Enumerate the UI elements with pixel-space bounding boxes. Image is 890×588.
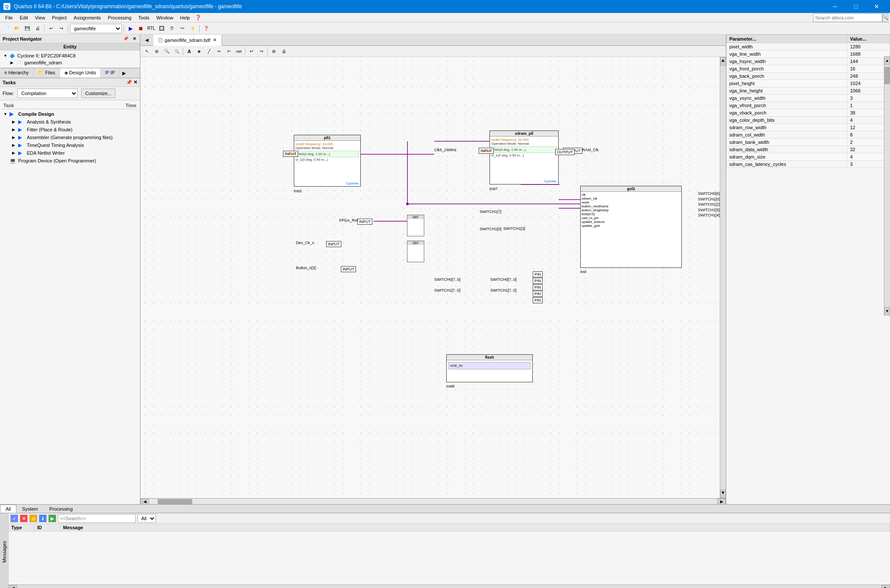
param-row-7[interactable]: vga_vsync_width3 bbox=[727, 95, 890, 102]
schematic-net-btn[interactable]: net bbox=[234, 47, 244, 56]
save-btn[interactable]: 💾 bbox=[22, 24, 32, 33]
expand-gameoflife-icon[interactable]: ▶ bbox=[10, 60, 15, 65]
tab-left-arrow[interactable]: ◀ bbox=[145, 38, 149, 42]
tab-files[interactable]: 📁 Files bbox=[34, 68, 60, 78]
programmer-btn[interactable]: ⚡ bbox=[188, 24, 197, 33]
expand-cyclone-icon[interactable]: ▼ bbox=[3, 54, 8, 58]
redo-btn[interactable]: ↪ bbox=[57, 24, 66, 33]
param-row-11[interactable]: sdram_row_width12 bbox=[727, 124, 890, 131]
hscroll-right-btn[interactable]: ▶ bbox=[717, 499, 726, 505]
schematic-zoom-in-btn[interactable]: 🔍 bbox=[162, 47, 172, 56]
stop-btn[interactable]: ⏹ bbox=[136, 24, 146, 33]
task-assembler[interactable]: ▶ ▶ Assembler (Generate programming file… bbox=[10, 133, 138, 141]
message-search-input[interactable] bbox=[58, 514, 136, 523]
flash-noe-btn[interactable]: nOE_IN bbox=[448, 362, 531, 369]
help-btn[interactable]: ❓ bbox=[201, 24, 211, 33]
schematic-sym-btn[interactable]: ◈ bbox=[194, 47, 204, 56]
messages-hscroll[interactable]: ◀ ▶ bbox=[9, 585, 890, 588]
project-dropdown[interactable]: gameoflife bbox=[70, 24, 122, 33]
menu-window[interactable]: Window bbox=[153, 14, 177, 21]
filter-all-btn[interactable]: ✓ bbox=[10, 515, 18, 522]
param-table-container[interactable]: Parameter... Value... pixel_width1280vga… bbox=[726, 35, 890, 504]
chip-planner-btn[interactable]: 🔲 bbox=[157, 24, 166, 33]
param-row-16[interactable]: sdram_cas_latency_cycles3 bbox=[727, 161, 890, 168]
schematic-bus-btn[interactable]: ═ bbox=[214, 47, 224, 56]
msg-hscroll-left[interactable]: ◀ bbox=[9, 585, 17, 588]
param-vscroll-down[interactable]: ▼ bbox=[884, 307, 890, 315]
print-btn[interactable]: 🖨 bbox=[33, 24, 42, 33]
param-row-4[interactable]: vga_back_porch248 bbox=[727, 73, 890, 80]
tab-processing[interactable]: Processing bbox=[44, 505, 78, 513]
help-icon[interactable]: ❓ bbox=[195, 15, 201, 21]
menu-tools[interactable]: Tools bbox=[135, 14, 153, 21]
sdram-pll-param-btn[interactable]: Clk0(0 deg, 1.00 m...) bbox=[491, 146, 557, 153]
menu-assignments[interactable]: Assignments bbox=[70, 14, 105, 21]
tab-all[interactable]: All bbox=[0, 505, 16, 513]
menu-file[interactable]: File bbox=[2, 14, 16, 21]
schematic-print-btn[interactable]: 🖨 bbox=[279, 47, 289, 56]
filter-info-btn[interactable]: ℹ bbox=[39, 515, 47, 522]
menu-project[interactable]: Project bbox=[48, 14, 70, 21]
param-row-14[interactable]: sdram_data_width32 bbox=[727, 146, 890, 153]
param-row-6[interactable]: vga_line_height1066 bbox=[727, 87, 890, 95]
task-fitter[interactable]: ▶ ▶ Fitter (Place & Route) bbox=[10, 126, 138, 133]
filter-warning-btn[interactable]: ⚠ bbox=[29, 515, 37, 522]
schematic-pin-btn[interactable]: ⊢ bbox=[224, 47, 234, 56]
vscroll-down-btn[interactable]: ▼ bbox=[720, 489, 726, 498]
undo-btn[interactable]: ↩ bbox=[46, 24, 56, 33]
rtl-viewer-btn[interactable]: RTL bbox=[146, 24, 156, 33]
msg-hscroll-right[interactable]: ▶ bbox=[881, 585, 890, 588]
menu-view[interactable]: View bbox=[32, 14, 49, 21]
schematic-text-btn[interactable]: A bbox=[184, 47, 194, 56]
tasks-pin-btn[interactable]: 📌 bbox=[126, 79, 132, 85]
schematic-canvas[interactable]: pll1 inclk0 frequency: 24.000 Operation … bbox=[140, 57, 720, 498]
task-analysis-synthesis[interactable]: ▶ ▶ Analysis & Synthesis bbox=[10, 118, 138, 126]
compile-btn[interactable]: ▶ bbox=[126, 24, 135, 33]
simulation-btn[interactable]: 〜 bbox=[178, 24, 187, 33]
schematic-select-btn[interactable]: ↖ bbox=[142, 47, 152, 56]
flash-block[interactable]: flash nOE_IN bbox=[446, 354, 533, 382]
hscroll-thumb[interactable] bbox=[158, 499, 192, 504]
schematic-wire-btn[interactable]: ╱ bbox=[204, 47, 214, 56]
schematic-vscroll[interactable]: ▲ ▼ bbox=[720, 57, 726, 498]
sdram-pll-block[interactable]: sdram_pll inclk0 frequency: 24.000 Opera… bbox=[489, 130, 559, 184]
menu-edit[interactable]: Edit bbox=[16, 14, 32, 21]
menu-help[interactable]: Help bbox=[177, 14, 194, 21]
schematic-tab-main[interactable]: 📋 gameoflife_sdram.bdf ✕ bbox=[153, 35, 222, 46]
param-row-13[interactable]: sdram_bank_width2 bbox=[727, 139, 890, 146]
vscroll-up-btn[interactable]: ▲ bbox=[720, 57, 726, 66]
param-row-2[interactable]: vga_hsync_width144 bbox=[727, 58, 890, 65]
nav-pin-btn[interactable]: 📌 bbox=[122, 36, 130, 41]
filter-note-btn[interactable]: ▶ bbox=[48, 515, 56, 522]
param-vscroll-up[interactable]: ▲ bbox=[884, 56, 890, 65]
param-row-3[interactable]: vga_front_porch16 bbox=[727, 65, 890, 73]
tree-item-gameoflife[interactable]: ▶ 📄 gameoflife_sdram bbox=[9, 59, 138, 66]
param-row-8[interactable]: vga_vfront_porch1 bbox=[727, 102, 890, 109]
def-block-2[interactable]: DEF bbox=[407, 241, 424, 262]
filter-error-btn[interactable]: ✕ bbox=[20, 515, 28, 522]
def-block-1[interactable]: DEF bbox=[407, 215, 424, 236]
schematic-fit-btn[interactable]: ⊞ bbox=[269, 47, 279, 56]
schematic-redo-btn[interactable]: ↪ bbox=[257, 47, 266, 56]
tab-hierarchy[interactable]: ≡ Hierarchy bbox=[0, 68, 34, 78]
param-vscroll[interactable]: ▲ ▼ bbox=[884, 56, 890, 315]
tab-arrow-right[interactable]: ▶ bbox=[120, 68, 128, 78]
minimize-button[interactable]: ─ bbox=[825, 0, 845, 13]
pll1-block[interactable]: pll1 inclk0 frequency: 24.000 Operation … bbox=[294, 135, 361, 187]
param-row-15[interactable]: sdram_dqm_size4 bbox=[727, 153, 890, 161]
tab-system[interactable]: System bbox=[16, 505, 44, 513]
schematic-zoom-fit-btn[interactable]: ⊞ bbox=[152, 47, 162, 56]
nav-close-btn[interactable]: ✕ bbox=[131, 36, 137, 41]
search-button[interactable]: 🔍 bbox=[882, 13, 888, 22]
hscroll-left-btn[interactable]: ◀ bbox=[140, 499, 149, 505]
param-row-12[interactable]: sdram_col_width8 bbox=[727, 131, 890, 139]
flow-dropdown[interactable]: Compilation bbox=[17, 89, 78, 98]
task-timequest[interactable]: ▶ ▶ TimeQuest Timing Analysis bbox=[10, 141, 138, 149]
tab-ip[interactable]: IP IP bbox=[101, 68, 120, 78]
open-btn[interactable]: 📂 bbox=[12, 24, 22, 33]
tasks-close-btn[interactable]: ✕ bbox=[134, 79, 137, 85]
new-file-btn[interactable]: 📄 bbox=[2, 24, 11, 33]
param-row-9[interactable]: vga_vback_porch38 bbox=[727, 109, 890, 117]
task-eda-netlist[interactable]: ▶ ▶ EDA Netlist Writer bbox=[10, 149, 138, 157]
menu-processing[interactable]: Processing bbox=[105, 14, 135, 21]
